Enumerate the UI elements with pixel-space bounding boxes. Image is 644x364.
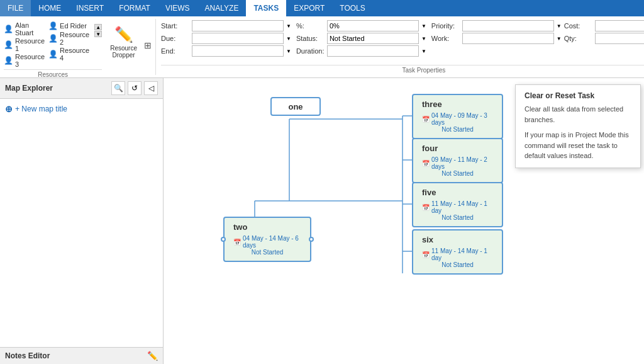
- status-dropdown[interactable]: ▼: [421, 36, 426, 42]
- node-three-label: three: [418, 98, 497, 111]
- resource-dropper-button[interactable]: ✏️ Resource Dropper: [104, 23, 143, 62]
- percent-dropdown[interactable]: ▼: [421, 23, 426, 29]
- resource-r2[interactable]: 👤 Resource 2: [48, 31, 89, 46]
- duration-row: Duration: ▼: [296, 45, 426, 57]
- menu-insert[interactable]: INSERT: [69, 0, 111, 16]
- node-six[interactable]: six 📅 11 May - 14 May - 1 day Not Starte…: [412, 229, 503, 275]
- resource-r3[interactable]: 👤 Resource 3: [4, 53, 45, 68]
- node-five-date: 📅 11 May - 14 May - 1 day: [422, 200, 493, 214]
- percent-input[interactable]: [327, 20, 419, 31]
- due-input[interactable]: [192, 33, 284, 44]
- two-date-text: 04 May - 14 May - 6 days: [243, 235, 301, 249]
- priority-input[interactable]: [462, 20, 554, 31]
- resources-expand-icon[interactable]: ⊞: [144, 40, 152, 50]
- menu-tasks[interactable]: TASKS: [246, 0, 286, 16]
- menu-analyze[interactable]: ANALYZE: [197, 0, 247, 16]
- tooltip-title: Clear or Reset Task: [525, 91, 631, 100]
- task-properties-group-label: Task Properties: [161, 65, 644, 74]
- menu-views[interactable]: VIEWS: [158, 0, 197, 16]
- start-dropdown[interactable]: ▼: [286, 23, 291, 29]
- status-input[interactable]: [327, 33, 419, 44]
- node-five-label: five: [418, 186, 497, 199]
- percent-row: %: ▼: [296, 20, 426, 31]
- resource-col-1: 👤 Alan Stuart 👤 Resource 1 👤 Resource 3: [4, 21, 45, 68]
- node-one-label: one: [283, 100, 308, 114]
- sidebar: Map Explorer 🔍 ↺ ◁ ⊕ + New map title Not…: [0, 78, 164, 364]
- map-explorer-title: Map Explorer: [5, 84, 53, 93]
- six-date-text: 11 May - 14 May - 1 day: [431, 247, 493, 261]
- sidebar-content: ⊕ + New map title: [0, 99, 163, 347]
- node-three[interactable]: three 📅 04 May - 09 May - 3 days Not Sta…: [412, 94, 503, 139]
- menu-home[interactable]: HOME: [31, 0, 69, 16]
- status-row: Status: ▼: [296, 33, 426, 44]
- menu-export[interactable]: EXPORT: [286, 0, 332, 16]
- node-four-label: four: [418, 142, 497, 155]
- node-four[interactable]: four 📅 09 May - 11 May - 2 days Not Star…: [412, 138, 503, 183]
- user-icon-6: 👤: [48, 50, 58, 59]
- clear-task-tooltip: Clear or Reset Task Clear all task data …: [515, 84, 641, 168]
- work-dropdown[interactable]: ▼: [557, 36, 562, 42]
- sidebar-search-button[interactable]: 🔍: [111, 81, 125, 95]
- priority-dropdown[interactable]: ▼: [557, 23, 562, 29]
- start-label: Start:: [161, 22, 189, 30]
- calendar-icon-two: 📅: [233, 239, 241, 246]
- duration-label: Duration:: [296, 47, 325, 55]
- calendar-icon-five: 📅: [422, 204, 430, 211]
- menu-bar: FILE HOME INSERT FORMAT VIEWS ANALYZE TA…: [0, 0, 644, 16]
- work-input[interactable]: [462, 33, 554, 44]
- resource-r4-label: Resource 4: [60, 47, 89, 62]
- task-properties-group: Start: ▼ Due: ▼ End: ▼ %:: [156, 19, 644, 75]
- node-five[interactable]: five 📅 11 May - 14 May - 1 day Not Start…: [412, 182, 503, 227]
- end-input[interactable]: [192, 45, 284, 57]
- resource-alan-label: Alan Stuart: [15, 21, 45, 37]
- resource-ed-label: Ed Rider: [60, 22, 87, 30]
- cost-label: Cost:: [564, 22, 592, 30]
- user-icon-5: 👤: [48, 34, 58, 43]
- calendar-icon-six: 📅: [422, 251, 430, 258]
- cost-input[interactable]: [595, 20, 644, 31]
- node-four-status: Not Started: [422, 170, 493, 177]
- menu-tools[interactable]: TOOLS: [332, 0, 372, 16]
- menu-file[interactable]: FILE: [0, 0, 31, 16]
- resources-group-label: Resources: [4, 69, 102, 78]
- resource-r2-label: Resource 2: [60, 31, 89, 46]
- duration-input[interactable]: [327, 45, 419, 57]
- percent-label: %:: [296, 22, 325, 30]
- new-map-label: + New map title: [15, 105, 67, 113]
- resource-r1[interactable]: 👤 Resource 1: [4, 37, 45, 52]
- notes-edit-icon[interactable]: ✏️: [147, 351, 158, 361]
- node-two[interactable]: two 📅 04 May - 14 May - 6 days Not Start…: [223, 217, 311, 262]
- sidebar-header: Map Explorer 🔍 ↺ ◁: [0, 78, 163, 99]
- tooltip-line2: If your map is in Project Mode this comm…: [525, 130, 631, 161]
- resource-r3-label: Resource 3: [15, 53, 45, 68]
- qty-input[interactable]: [595, 33, 644, 44]
- calendar-icon-three: 📅: [422, 116, 430, 123]
- end-dropdown[interactable]: ▼: [286, 48, 291, 54]
- node-six-label: six: [418, 233, 497, 246]
- resource-alan[interactable]: 👤 Alan Stuart: [4, 21, 45, 37]
- menu-format[interactable]: FORMAT: [111, 0, 158, 16]
- user-icon-3: 👤: [4, 56, 13, 65]
- five-date-text: 11 May - 14 May - 1 day: [431, 200, 493, 214]
- resource-ed[interactable]: 👤 Ed Rider: [48, 21, 89, 30]
- duration-dropdown[interactable]: ▼: [421, 48, 426, 54]
- resource-scroll-down[interactable]: ▼: [94, 31, 102, 37]
- dropper-label: Resource Dropper: [110, 45, 137, 59]
- resource-scroll-up[interactable]: ▲: [94, 24, 102, 30]
- main-area: Map Explorer 🔍 ↺ ◁ ⊕ + New map title Not…: [0, 78, 644, 364]
- resource-r4[interactable]: 👤 Resource 4: [48, 47, 89, 62]
- start-input[interactable]: [192, 20, 284, 31]
- calendar-icon-four: 📅: [422, 160, 430, 167]
- new-map-button[interactable]: ⊕ + New map title: [5, 104, 158, 114]
- priority-label: Priority:: [431, 22, 460, 30]
- canvas[interactable]: one two 📅 04 May - 14 May - 6 days Not S…: [164, 78, 644, 364]
- node-six-status: Not Started: [422, 261, 493, 268]
- node-five-status: Not Started: [422, 214, 493, 221]
- sidebar-collapse-button[interactable]: ◁: [144, 81, 158, 95]
- node-two-date: 📅 04 May - 14 May - 6 days: [233, 235, 301, 249]
- sidebar-refresh-button[interactable]: ↺: [128, 81, 142, 95]
- user-icon-2: 👤: [4, 40, 13, 49]
- sidebar-header-icons: 🔍 ↺ ◁: [111, 81, 158, 95]
- node-one[interactable]: one: [270, 97, 321, 116]
- due-dropdown[interactable]: ▼: [286, 36, 291, 42]
